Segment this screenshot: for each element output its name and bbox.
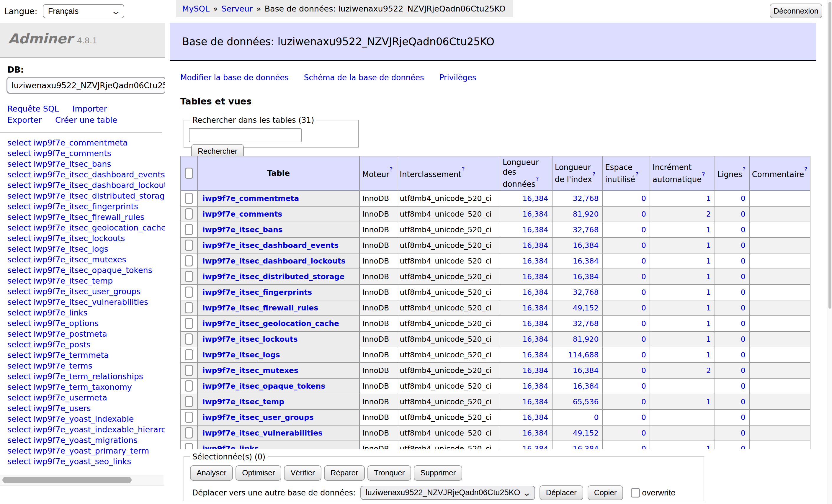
sidebar-select-link[interactable]: select iwp9f7e_itsec_user_groups xyxy=(7,286,165,297)
sidebar-select-link[interactable]: select iwp9f7e_itsec_fingerprints xyxy=(7,201,165,212)
truncate-button[interactable]: Tronquer xyxy=(367,465,411,481)
row-checkbox[interactable] xyxy=(185,443,193,449)
row-checkbox[interactable] xyxy=(185,365,193,376)
sidebar-select-link[interactable]: select iwp9f7e_yoast_indexable xyxy=(7,414,165,424)
table-name-link[interactable]: iwp9f7e_commentmeta xyxy=(203,194,299,203)
sidebar-select-link[interactable]: select iwp9f7e_itsec_opaque_tokens xyxy=(7,265,165,275)
database-schema-link[interactable]: Schéma de la base de données xyxy=(304,73,424,82)
sidebar-select-link[interactable]: select iwp9f7e_itsec_dashboard_events xyxy=(7,169,165,180)
breadcrumb-root-link[interactable]: MySQL xyxy=(182,4,210,13)
row-checkbox[interactable] xyxy=(185,334,193,345)
select-all-checkbox[interactable] xyxy=(185,168,193,179)
sidebar-select-link[interactable]: select iwp9f7e_termmeta xyxy=(7,350,165,361)
sidebar-select-link[interactable]: select iwp9f7e_yoast_indexable_hierarchy xyxy=(7,424,165,435)
sidebar-select-link[interactable]: select iwp9f7e_yoast_primary_term xyxy=(7,446,165,456)
sidebar-select-link[interactable]: select iwp9f7e_users xyxy=(7,403,165,414)
sidebar-select-link[interactable]: select iwp9f7e_itsec_firewall_rules xyxy=(7,212,165,222)
sidebar-select-link[interactable]: select iwp9f7e_term_relationships xyxy=(7,371,165,382)
table-name-link[interactable]: iwp9f7e_links xyxy=(203,444,259,449)
row-checkbox[interactable] xyxy=(185,224,193,235)
sidebar-select-link[interactable]: select iwp9f7e_yoast_migrations xyxy=(7,435,165,446)
help-icon[interactable]: ? xyxy=(462,165,465,173)
sidebar-scrollbar-thumb[interactable] xyxy=(2,477,132,483)
sidebar-select-link[interactable]: select iwp9f7e_yoast_seo_links xyxy=(7,456,165,467)
sidebar-link-export[interactable]: Exporter xyxy=(7,115,42,125)
help-icon[interactable]: ? xyxy=(804,165,807,173)
move-db-select[interactable]: luziwenaxu9522_NZVJRjeQadn06Ctu25KO ⌄ xyxy=(360,486,535,500)
table-name-link[interactable]: iwp9f7e_itsec_fingerprints xyxy=(203,288,312,296)
app-logo[interactable]: Adminer4.8.1 xyxy=(8,31,97,47)
sidebar-select-link[interactable]: select iwp9f7e_itsec_lockouts xyxy=(7,233,165,244)
sidebar-link-import[interactable]: Importer xyxy=(72,104,107,113)
language-select[interactable]: Français ⌄ xyxy=(43,4,124,18)
row-checkbox[interactable] xyxy=(185,396,193,407)
table-name-link[interactable]: iwp9f7e_itsec_lockouts xyxy=(203,335,298,343)
sidebar-select-link[interactable]: select iwp9f7e_itsec_geolocation_cache xyxy=(7,222,165,233)
table-name-link[interactable]: iwp9f7e_itsec_temp xyxy=(203,397,284,406)
sidebar-select-link[interactable]: select iwp9f7e_commentmeta xyxy=(7,137,165,148)
row-checkbox[interactable] xyxy=(185,302,193,313)
page-scrollbar-thumb[interactable] xyxy=(829,2,831,309)
row-checkbox[interactable] xyxy=(185,255,193,266)
table-name-link[interactable]: iwp9f7e_itsec_user_groups xyxy=(203,413,314,422)
row-checkbox[interactable] xyxy=(185,287,193,298)
check-button[interactable]: Vérifier xyxy=(284,465,321,481)
row-checkbox[interactable] xyxy=(185,427,193,439)
move-button[interactable]: Déplacer xyxy=(540,485,583,500)
sidebar-select-link[interactable]: select iwp9f7e_options xyxy=(7,318,165,329)
help-icon[interactable]: ? xyxy=(702,170,705,178)
sidebar-select-link[interactable]: select iwp9f7e_posts xyxy=(7,339,165,350)
sidebar-select-link[interactable]: select iwp9f7e_term_taxonomy xyxy=(7,382,165,393)
sidebar-link-create-table[interactable]: Créer une table xyxy=(55,115,117,125)
row-checkbox[interactable] xyxy=(185,208,193,219)
copy-button[interactable]: Copier xyxy=(588,485,623,500)
help-icon[interactable]: ? xyxy=(390,165,393,173)
row-checkbox[interactable] xyxy=(185,412,193,423)
row-checkbox[interactable] xyxy=(185,318,193,329)
breadcrumb-server-link[interactable]: Serveur xyxy=(222,4,253,13)
table-name-link[interactable]: iwp9f7e_itsec_firewall_rules xyxy=(203,303,318,312)
table-name-link[interactable]: iwp9f7e_itsec_dashboard_events xyxy=(203,241,339,250)
sidebar-horizontal-scrollbar[interactable] xyxy=(0,475,163,485)
sidebar-select-link[interactable]: select iwp9f7e_terms xyxy=(7,361,165,371)
help-icon[interactable]: ? xyxy=(592,170,596,178)
sidebar-select-link[interactable]: select iwp9f7e_itsec_distributed_storage xyxy=(7,191,165,201)
help-icon[interactable]: ? xyxy=(536,175,539,182)
row-checkbox[interactable] xyxy=(185,349,193,360)
row-checkbox[interactable] xyxy=(185,271,193,282)
page-scrollbar[interactable] xyxy=(828,0,832,504)
table-name-link[interactable]: iwp9f7e_itsec_mutexes xyxy=(203,366,298,375)
sidebar-select-link[interactable]: select iwp9f7e_itsec_bans xyxy=(7,159,165,169)
sidebar-select-link[interactable]: select iwp9f7e_itsec_mutexes xyxy=(7,254,165,265)
analyze-button[interactable]: Analyser xyxy=(190,465,233,481)
sidebar-select-link[interactable]: select iwp9f7e_postmeta xyxy=(7,329,165,339)
drop-button[interactable]: Supprimer xyxy=(414,465,462,481)
privileges-link[interactable]: Privilèges xyxy=(439,73,476,82)
table-name-link[interactable]: iwp9f7e_itsec_opaque_tokens xyxy=(203,382,325,390)
help-icon[interactable]: ? xyxy=(743,165,746,173)
sidebar-link-sql-query[interactable]: Requête SQL xyxy=(7,104,59,113)
db-select[interactable]: luziwenaxu9522_NZVJRjeQadn06Ctu25KO xyxy=(6,77,165,94)
logout-button[interactable]: Déconnexion xyxy=(770,3,822,18)
overwrite-checkbox[interactable] xyxy=(631,488,640,498)
table-name-link[interactable]: iwp9f7e_itsec_logs xyxy=(203,350,280,359)
row-checkbox[interactable] xyxy=(185,240,193,251)
table-name-link[interactable]: iwp9f7e_itsec_bans xyxy=(203,226,283,234)
row-checkbox[interactable] xyxy=(185,380,193,392)
sidebar-select-link[interactable]: select iwp9f7e_links xyxy=(7,308,165,318)
table-name-link[interactable]: iwp9f7e_itsec_vulnerabilities xyxy=(203,429,322,437)
repair-button[interactable]: Réparer xyxy=(324,465,365,481)
sidebar-select-link[interactable]: select iwp9f7e_usermeta xyxy=(7,393,165,403)
table-name-link[interactable]: iwp9f7e_comments xyxy=(203,210,282,218)
search-input[interactable] xyxy=(189,128,302,142)
sidebar-select-link[interactable]: select iwp9f7e_itsec_vulnerabilities xyxy=(7,297,165,308)
alter-database-link[interactable]: Modifier la base de données xyxy=(180,73,289,82)
row-checkbox[interactable] xyxy=(185,193,193,204)
optimize-button[interactable]: Optimiser xyxy=(236,465,281,481)
sidebar-select-link[interactable]: select iwp9f7e_itsec_dashboard_lockouts xyxy=(7,180,165,191)
table-name-link[interactable]: iwp9f7e_itsec_distributed_storage xyxy=(203,272,345,281)
help-icon[interactable]: ? xyxy=(635,170,639,178)
sidebar-select-link[interactable]: select iwp9f7e_itsec_logs xyxy=(7,244,165,254)
table-name-link[interactable]: iwp9f7e_itsec_dashboard_lockouts xyxy=(203,257,346,265)
sidebar-select-link[interactable]: select iwp9f7e_comments xyxy=(7,148,165,159)
